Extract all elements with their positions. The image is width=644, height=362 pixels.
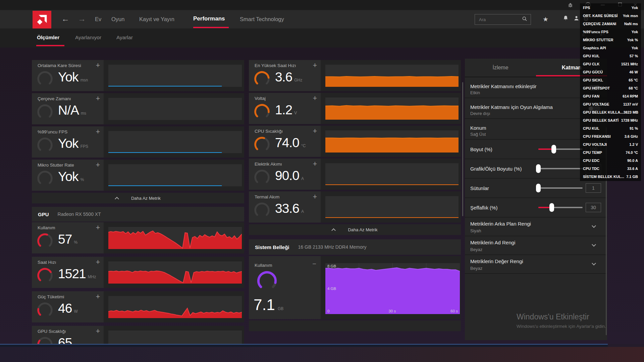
tab-izleme[interactable]: İzleme xyxy=(465,59,536,76)
metric-card: Güç Tüketimi + 46W xyxy=(32,291,244,322)
subtab-ayarlaniyor[interactable]: Ayarlanıyor xyxy=(75,35,101,41)
metric-card: GPU Sıcaklığı + 65°C xyxy=(32,326,244,344)
overlay-metric-row: SİSTEM BELLEK KUL... 7.1 GB xyxy=(580,173,641,181)
nav-tab-performans[interactable]: Performans xyxy=(193,15,225,22)
forward-button[interactable]: → xyxy=(78,15,86,23)
metric-sparkline xyxy=(325,196,459,218)
slider-thumb[interactable] xyxy=(551,145,556,154)
metric-sparkline xyxy=(108,65,242,87)
metric-label: Termal Akım xyxy=(255,194,279,199)
gpu-title: GPU xyxy=(38,212,49,217)
slider-thumb[interactable] xyxy=(536,184,541,192)
add-metric-button[interactable]: + xyxy=(94,292,102,301)
slider-thumb[interactable] xyxy=(536,164,541,173)
add-metric-button[interactable]: + xyxy=(311,127,319,135)
overlay-metric-value: 3823 MB xyxy=(623,110,638,114)
panel-dropdown-row[interactable]: Metriklerin Değer Rengi Beyaz xyxy=(465,255,607,274)
add-metric-button[interactable]: + xyxy=(94,327,102,336)
metric-card: CPU Sıcaklığı + 74.0°C xyxy=(249,126,461,157)
memory-device-name: 16 GB 2133 MHz DDR4 Memory xyxy=(298,244,367,250)
metric-label: En Yüksek Saat Hızı xyxy=(255,63,296,68)
gauge-arc xyxy=(256,270,278,292)
nav-tab-kayit[interactable]: Kayıt ve Yayın xyxy=(139,16,174,22)
slider-thumb[interactable] xyxy=(549,203,554,212)
overlay-metric-label: CPU KUL xyxy=(583,126,599,130)
setting-title: Grafik/Ölçü Boyutu (%) xyxy=(470,166,522,172)
metric-label: Ortalama Kare Süresi xyxy=(38,63,81,68)
add-metric-button[interactable]: + xyxy=(94,61,102,70)
nav-tab-ev[interactable]: Ev xyxy=(95,16,101,22)
overlay-metric-label: GPU BELLEK SAATİ xyxy=(583,118,619,122)
gpu-device-name: Radeon RX 5500 XT xyxy=(58,212,101,217)
metric-card: Voltaj + 1.2V xyxy=(249,93,461,124)
add-metric-button[interactable]: + xyxy=(311,192,319,201)
metric-sparkline xyxy=(108,261,242,284)
amd-logo[interactable] xyxy=(33,11,51,28)
search-input[interactable] xyxy=(478,17,522,22)
slider-track[interactable] xyxy=(538,187,583,189)
less-metrics-button[interactable]: Daha Az Metrik xyxy=(32,193,244,203)
nav-tab-oyun[interactable]: Oyun xyxy=(111,16,124,22)
overlay-metric-value: NaN ms xyxy=(624,22,638,26)
overlay-metric-value: Yok xyxy=(632,30,638,34)
gauge-arc xyxy=(254,136,270,153)
setting-state: Sağ Üst xyxy=(470,132,486,137)
scrollbar-middle[interactable] xyxy=(462,82,463,216)
overlay-metric-row: CPU VOLTAJI 1.2 V xyxy=(580,140,641,148)
add-metric-button[interactable]: + xyxy=(94,127,102,136)
app-search[interactable] xyxy=(475,14,531,25)
overlay-metric-value: 57 % xyxy=(630,54,638,58)
setting-title: Metrikler Katmanını etkinleştir xyxy=(470,83,537,89)
slider-value-input[interactable]: 1 xyxy=(586,183,601,193)
panel-dropdown-row[interactable]: Metriklerin Arka Plan Rengi Siyah xyxy=(465,218,607,236)
overlay-metric-row: GPU SICKL 65 °C xyxy=(580,76,641,84)
metric-value: Yokmsn xyxy=(58,70,88,84)
chevron-down-icon xyxy=(592,224,596,228)
less-metrics-button[interactable]: Daha Az Metrik xyxy=(249,224,461,235)
setting-state: Etkin xyxy=(470,90,480,95)
metric-label: CPU Sıcaklığı xyxy=(255,129,283,134)
add-metric-button[interactable]: + xyxy=(94,223,102,232)
active-subtab-underline xyxy=(36,45,64,46)
overlay-metric-label: ÇERÇEVE ZAMANI xyxy=(583,22,616,26)
panel-dropdown-row[interactable]: Metriklerin Ad Rengi Beyaz xyxy=(465,236,607,255)
back-button[interactable]: ← xyxy=(61,15,69,23)
nav-tab-smart[interactable]: Smart Technology xyxy=(240,16,284,22)
subtab-olcumler[interactable]: Ölçümler xyxy=(37,35,59,41)
notifications-bell-icon[interactable] xyxy=(562,15,569,23)
overlay-metric-value: 614 RPM xyxy=(623,94,638,98)
overlay-metric-row: Graphics API Yok xyxy=(580,44,641,52)
slider-track[interactable] xyxy=(538,168,583,169)
overlay-metric-row: GPU GÜCÜ 46 W xyxy=(580,68,641,76)
slider-value-input[interactable]: 30 xyxy=(586,203,601,212)
y-axis-label-8gb: 8 GB xyxy=(327,264,336,268)
overlay-metric-row: CPU TDC 33.6 A xyxy=(580,165,641,173)
profile-person-icon[interactable] xyxy=(573,15,580,23)
remove-metric-button[interactable]: − xyxy=(310,259,319,268)
overlay-metric-label: CPU VOLTAJI xyxy=(583,142,607,146)
memory-title: Sistem Belleği xyxy=(255,244,289,250)
add-metric-button[interactable]: + xyxy=(94,94,102,103)
amd-arrow-icon xyxy=(35,13,49,26)
bug-report-icon[interactable] xyxy=(568,2,573,9)
gauge-arc xyxy=(37,170,53,187)
overlay-metric-value: 1521 MHz xyxy=(621,62,638,66)
add-metric-button[interactable]: + xyxy=(311,61,319,70)
add-metric-button[interactable]: + xyxy=(311,160,319,168)
gauge-arc xyxy=(37,302,53,318)
gauge-arc xyxy=(37,70,53,87)
metric-sparkline xyxy=(108,164,242,186)
subtab-ayarlar[interactable]: Ayarlar xyxy=(116,35,133,41)
metric-card: Kullanım + 57% xyxy=(32,222,244,253)
add-metric-button[interactable]: + xyxy=(94,258,102,266)
chevron-down-icon xyxy=(592,242,596,247)
favorites-star-icon[interactable]: ★ xyxy=(543,15,548,23)
metric-label: GPU Sıcaklığı xyxy=(38,329,66,334)
chevron-down-icon xyxy=(592,261,596,265)
overlay-metric-label: Graphics API xyxy=(583,46,606,50)
add-metric-button[interactable]: + xyxy=(94,161,102,169)
add-metric-button[interactable]: + xyxy=(311,94,319,103)
overlay-metric-row: CPU KUL 91 % xyxy=(580,124,641,132)
overlay-metric-value: Yok xyxy=(632,46,638,50)
metric-sparkline xyxy=(325,130,459,153)
